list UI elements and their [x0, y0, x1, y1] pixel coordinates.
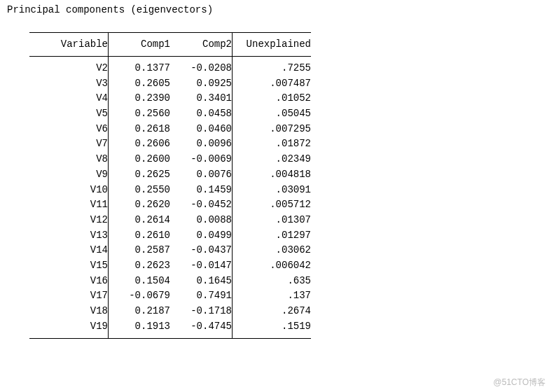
cell-comp1: 0.2600 — [109, 152, 171, 167]
col-header-unexplained: Unexplained — [233, 32, 312, 57]
cell-comp2: 0.0458 — [170, 106, 233, 122]
table-row: V90.26250.0076.004818 — [29, 167, 311, 183]
cell-comp1: 0.1913 — [109, 319, 171, 339]
cell-variable: V16 — [29, 274, 109, 289]
table-row: V130.26100.0499.01297 — [29, 228, 311, 244]
cell-unexplained: .05045 — [233, 106, 312, 122]
cell-variable: V3 — [29, 76, 109, 92]
cell-comp1: 0.2606 — [109, 136, 171, 152]
table-row: V80.2600-0.0069.02349 — [29, 152, 311, 167]
table-row: V17-0.06790.7491.137 — [29, 288, 311, 304]
table-row: V190.1913-0.4745.1519 — [29, 319, 311, 339]
cell-variable: V14 — [29, 243, 109, 258]
eigenvector-table: Variable Comp1 Comp2 Unexplained V20.137… — [29, 32, 311, 340]
cell-variable: V4 — [29, 91, 109, 106]
cell-comp1: 0.2587 — [109, 243, 171, 258]
cell-comp1: 0.2625 — [109, 167, 171, 183]
cell-unexplained: .2674 — [233, 304, 312, 319]
cell-variable: V17 — [29, 288, 109, 304]
cell-comp1: 0.2618 — [109, 122, 171, 137]
cell-unexplained: .007295 — [233, 122, 312, 137]
cell-unexplained: .007487 — [233, 76, 312, 92]
cell-unexplained: .01872 — [233, 136, 312, 152]
table-row: V180.2187-0.1718.2674 — [29, 304, 311, 319]
cell-unexplained: .7255 — [233, 57, 312, 76]
cell-comp1: 0.2187 — [109, 304, 171, 319]
cell-comp1: -0.0679 — [109, 288, 171, 304]
table-row: V60.26180.0460.007295 — [29, 122, 311, 137]
cell-variable: V15 — [29, 258, 109, 274]
cell-unexplained: .01307 — [233, 213, 312, 228]
table-row: V100.25500.1459.03091 — [29, 183, 311, 198]
cell-variable: V10 — [29, 183, 109, 198]
cell-comp1: 0.2560 — [109, 106, 171, 122]
cell-comp2: -0.0437 — [170, 243, 233, 258]
table-row: V140.2587-0.0437.03062 — [29, 243, 311, 258]
col-header-comp2: Comp2 — [170, 32, 233, 57]
cell-comp1: 0.2550 — [109, 183, 171, 198]
cell-unexplained: .01052 — [233, 91, 312, 106]
cell-variable: V7 — [29, 136, 109, 152]
cell-comp2: 0.3401 — [170, 91, 233, 106]
table-row: V150.2623-0.0147.006042 — [29, 258, 311, 274]
cell-variable: V13 — [29, 228, 109, 244]
cell-comp1: 0.2390 — [109, 91, 171, 106]
cell-comp2: -0.0208 — [170, 57, 233, 76]
table-row: V70.26060.0096.01872 — [29, 136, 311, 152]
table-row: V40.23900.3401.01052 — [29, 91, 311, 106]
cell-variable: V6 — [29, 122, 109, 137]
table-row: V30.26050.0925.007487 — [29, 76, 311, 92]
cell-unexplained: .02349 — [233, 152, 312, 167]
cell-variable: V11 — [29, 197, 109, 213]
cell-comp1: 0.2623 — [109, 258, 171, 274]
page-title: Principal components (eigenvectors) — [7, 4, 547, 17]
table-row: V110.2620-0.0452.005712 — [29, 197, 311, 213]
cell-variable: V19 — [29, 319, 109, 339]
cell-comp2: 0.1459 — [170, 183, 233, 198]
cell-unexplained: .1519 — [233, 319, 312, 339]
cell-unexplained: .635 — [233, 274, 312, 289]
cell-comp1: 0.2614 — [109, 213, 171, 228]
table-header-row: Variable Comp1 Comp2 Unexplained — [29, 32, 311, 57]
cell-comp1: 0.2605 — [109, 76, 171, 92]
cell-unexplained: .03062 — [233, 243, 312, 258]
table-row: V20.1377-0.0208.7255 — [29, 57, 311, 76]
cell-comp1: 0.2620 — [109, 197, 171, 213]
table-body: V20.1377-0.0208.7255V30.26050.0925.00748… — [29, 57, 311, 339]
cell-unexplained: .03091 — [233, 183, 312, 198]
cell-comp2: 0.0460 — [170, 122, 233, 137]
cell-unexplained: .006042 — [233, 258, 312, 274]
cell-variable: V2 — [29, 57, 109, 76]
table-row: V50.25600.0458.05045 — [29, 106, 311, 122]
cell-variable: V18 — [29, 304, 109, 319]
cell-comp2: 0.0096 — [170, 136, 233, 152]
table-row: V160.15040.1645.635 — [29, 274, 311, 289]
col-header-variable: Variable — [29, 32, 109, 57]
cell-variable: V5 — [29, 106, 109, 122]
cell-comp2: 0.0925 — [170, 76, 233, 92]
cell-comp2: -0.4745 — [170, 319, 233, 339]
cell-variable: V9 — [29, 167, 109, 183]
cell-comp2: 0.0499 — [170, 228, 233, 244]
cell-unexplained: .004818 — [233, 167, 312, 183]
cell-comp2: -0.0147 — [170, 258, 233, 274]
table-row: V120.26140.0088.01307 — [29, 213, 311, 228]
cell-comp2: 0.1645 — [170, 274, 233, 289]
cell-unexplained: .137 — [233, 288, 312, 304]
cell-comp1: 0.1377 — [109, 57, 171, 76]
cell-unexplained: .01297 — [233, 228, 312, 244]
cell-comp2: -0.1718 — [170, 304, 233, 319]
cell-comp2: 0.0088 — [170, 213, 233, 228]
cell-comp2: -0.0069 — [170, 152, 233, 167]
cell-comp2: -0.0452 — [170, 197, 233, 213]
col-header-comp1: Comp1 — [109, 32, 171, 57]
cell-comp1: 0.1504 — [109, 274, 171, 289]
cell-comp2: 0.0076 — [170, 167, 233, 183]
cell-comp2: 0.7491 — [170, 288, 233, 304]
cell-comp1: 0.2610 — [109, 228, 171, 244]
cell-variable: V12 — [29, 213, 109, 228]
cell-variable: V8 — [29, 152, 109, 167]
cell-unexplained: .005712 — [233, 197, 312, 213]
